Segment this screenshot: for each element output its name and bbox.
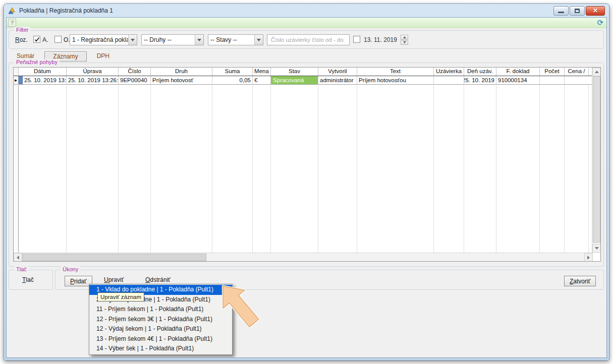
cell-uzavierka[interactable]: [434, 76, 464, 84]
vertical-scroll-thumb[interactable]: [593, 76, 600, 242]
menu-item-vyber-sek[interactable]: 14 - Výber šek | 1 - Pokladňa (Pult1): [89, 344, 232, 354]
date-spinner: [401, 35, 408, 45]
arrow-up-icon: [403, 36, 406, 38]
close-icon: ✕: [593, 7, 598, 14]
column-header[interactable]: Uzávierka: [434, 68, 464, 76]
column-header[interactable]: Dátum: [19, 68, 67, 76]
tooltip: Upraviť záznam: [97, 292, 144, 301]
checkbox-o-label: O.: [64, 36, 70, 43]
app-window: Pokladňa | Registračná pokladňa 1 ✕ ? ⟳ …: [4, 4, 609, 360]
arrow-up-icon: [595, 71, 599, 73]
scroll-left-button[interactable]: [14, 253, 22, 262]
close-window-button[interactable]: Zatvoriť: [564, 276, 596, 286]
arrow-down-icon: [595, 247, 599, 250]
column-header[interactable]: Vytvoril: [318, 68, 357, 76]
print-group: Tlač Tlač: [9, 270, 53, 290]
column-header[interactable]: Číslo: [119, 68, 151, 76]
scroll-down-button[interactable]: [592, 244, 601, 253]
cell-den-uzav[interactable]: 25. 10. 2019: [464, 76, 496, 84]
menu-item-prijem-sekom[interactable]: 11 - Príjem šekom | 1 - Pokladňa (Pult1): [89, 305, 232, 315]
spinner-down-button[interactable]: [401, 40, 408, 45]
arrow-left-icon: [17, 256, 19, 260]
print-group-label: Tlač: [14, 266, 29, 272]
cell-cena[interactable]: [565, 76, 589, 84]
cell-f-doklad[interactable]: 910000134: [496, 76, 540, 84]
cell-stav[interactable]: Spracovaná: [271, 76, 318, 84]
column-header[interactable]: Cena /: [565, 68, 589, 76]
column-header[interactable]: Stav: [271, 68, 318, 76]
druhy-select-value: -- Druhy --: [142, 36, 195, 43]
cell-suma[interactable]: 0,05: [212, 76, 253, 84]
actions-group-label: Úkony: [61, 266, 80, 272]
records-grid[interactable]: Dátum Úprava Číslo Druh Suma Mena Stav V…: [13, 67, 601, 262]
column-header[interactable]: Deň uzáv.: [464, 68, 496, 76]
horizontal-scroll-thumb[interactable]: [22, 254, 206, 261]
register-select-value: 1 - Registračná pokladň: [70, 36, 128, 43]
maximize-button[interactable]: [570, 6, 585, 16]
checkbox-a-label: A.: [42, 36, 48, 43]
column-header[interactable]: Druh: [151, 68, 212, 76]
scroll-up-button[interactable]: [592, 68, 601, 76]
cell-text[interactable]: Príjem hotovosťou: [357, 76, 434, 84]
status-badge: Spracovaná: [271, 76, 318, 84]
cell-pocet[interactable]: [540, 76, 565, 84]
help-button[interactable]: ?: [8, 19, 16, 27]
column-header[interactable]: F. doklad: [496, 68, 540, 76]
date-value: 13. 11. 2019: [364, 36, 397, 43]
filter-group: Filter Roz. A. O. 1 - Registračná poklad…: [9, 30, 604, 49]
arrow-right-icon: [587, 256, 590, 260]
stavy-select[interactable]: -- Stavy --: [208, 34, 263, 45]
closing-number-search[interactable]: [267, 34, 350, 45]
stavy-select-value: -- Stavy --: [208, 36, 254, 43]
scroll-right-button[interactable]: [584, 253, 593, 262]
close-button[interactable]: ✕: [586, 6, 605, 16]
delete-button[interactable]: Odstrániť: [145, 276, 171, 283]
cell-datum[interactable]: 25. 10. 2019 13:26:04: [23, 76, 67, 84]
grid-corner-cell: [14, 68, 19, 76]
edit-button[interactable]: Upraviť: [104, 276, 124, 283]
menu-item-prijem-sekom-4[interactable]: 13 - Príjem šekom 4€ | 1 - Pokladňa (Pul…: [89, 334, 232, 344]
row-selection-strip: [19, 76, 23, 84]
window-title: Pokladňa | Registračná pokladňa 1: [19, 7, 553, 14]
date-checkbox[interactable]: [353, 36, 360, 43]
column-header[interactable]: Počet: [540, 68, 565, 76]
chevron-down-icon: [254, 35, 263, 45]
column-header[interactable]: Suma: [212, 68, 253, 76]
title-bar[interactable]: Pokladňa | Registračná pokladňa 1 ✕: [4, 4, 609, 17]
tab-dph[interactable]: DPH: [89, 51, 118, 62]
table-row[interactable]: ► 25. 10. 2019 13:26:04 25. 10. 2019 13:…: [14, 76, 593, 85]
grid-empty-area: [14, 85, 593, 253]
vertical-scrollbar[interactable]: [592, 68, 600, 253]
grid-header-row: Dátum Úprava Číslo Druh Suma Mena Stav V…: [14, 68, 593, 76]
minimize-button[interactable]: [553, 6, 569, 16]
column-header[interactable]: Text: [357, 68, 434, 76]
menu-item-vydaj-sekom[interactable]: 12 - Výdaj šekom | 1 - Pokladňa (Pult1): [89, 324, 232, 334]
app-icon: [8, 7, 16, 15]
menu-item-prijem-sekom-3[interactable]: 12 - Príjem šekom 3€ | 1 - Pokladňa (Pul…: [89, 315, 232, 325]
checkbox-a[interactable]: [33, 36, 40, 43]
column-header[interactable]: Úprava: [67, 68, 119, 76]
checkbox-o[interactable]: [54, 36, 62, 43]
roz-link[interactable]: Roz.: [15, 36, 28, 43]
refresh-icon[interactable]: ⟳: [597, 18, 603, 27]
cell-druh[interactable]: Príjem hotovosť: [151, 76, 212, 84]
add-button[interactable]: Pridať: [65, 276, 92, 286]
window-client-area: ? ⟳ Filter Roz. A. O. 1 - Registračná po…: [6, 17, 607, 358]
check-icon: [34, 37, 40, 42]
spinner-up-button[interactable]: [401, 35, 408, 40]
cell-vytvoril[interactable]: administrátor: [318, 76, 357, 84]
cell-uprava[interactable]: 25. 10. 2019 13:26:19: [67, 76, 119, 84]
cash-movements-group: Peňažné pohyby Dátum Úprava Číslo Druh S…: [9, 63, 604, 267]
register-select[interactable]: 1 - Registračná pokladň: [70, 34, 137, 45]
chevron-down-icon: [195, 35, 203, 45]
cell-mena[interactable]: €: [253, 76, 271, 84]
print-button[interactable]: Tlač: [22, 276, 34, 283]
maximize-icon: [575, 9, 580, 13]
horizontal-scrollbar[interactable]: [14, 253, 593, 261]
cell-cislo[interactable]: 9EP00040: [119, 76, 151, 84]
arrow-down-icon: [403, 41, 406, 43]
column-header[interactable]: Mena: [253, 68, 271, 76]
druhy-select[interactable]: -- Druhy --: [141, 34, 204, 45]
cash-movements-group-label: Peňažné pohyby: [14, 59, 60, 65]
search-input[interactable]: [271, 37, 349, 43]
